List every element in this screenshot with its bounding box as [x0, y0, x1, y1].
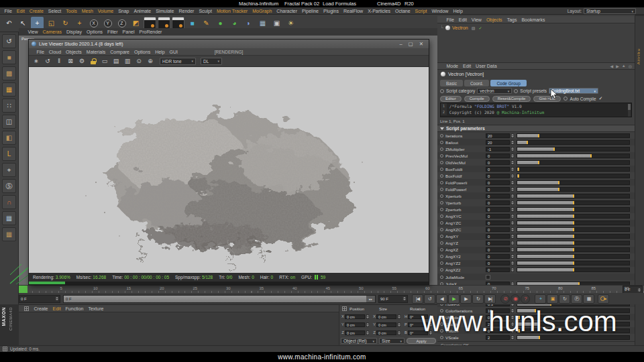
snapshot-icon[interactable]: ▤ — [111, 56, 121, 66]
param-slider[interactable] — [517, 207, 630, 212]
stepper-icon[interactable] — [511, 214, 514, 219]
close-button[interactable]: ✕ — [419, 40, 423, 48]
stepper-icon[interactable] — [366, 314, 369, 319]
collapse-triangle-icon[interactable] — [440, 127, 444, 130]
param-value-field[interactable]: 0 — [486, 194, 510, 198]
prev-frame-button[interactable]: ◀ — [436, 294, 447, 304]
anim-dot-icon[interactable] — [440, 161, 443, 164]
anim-dot-icon[interactable] — [440, 154, 443, 158]
param-slider[interactable] — [517, 174, 630, 178]
menu-sculpt[interactable]: Sculpt — [197, 7, 214, 15]
param-value-field[interactable]: 0 — [486, 167, 510, 172]
panel-grid-icon[interactable] — [3, 347, 7, 351]
param-value-field[interactable]: 0 — [486, 187, 510, 192]
enable-axis-icon[interactable]: L — [2, 147, 16, 161]
attributes-side-tab[interactable]: Attribu — [637, 48, 641, 64]
tab-basic[interactable]: Basic — [440, 80, 463, 86]
stepper-icon[interactable] — [637, 288, 641, 292]
anim-dot-icon[interactable] — [440, 201, 443, 204]
menu-x-particles[interactable]: X-Particles — [366, 7, 393, 15]
stepper-icon[interactable] — [397, 314, 400, 319]
anim-dot-icon[interactable] — [440, 141, 443, 144]
stepper-icon[interactable] — [511, 227, 514, 232]
compile-button[interactable]: Compile — [464, 96, 490, 102]
play-backwards-button[interactable]: ↺ — [424, 294, 435, 304]
undo-icon[interactable]: ↶ — [3, 17, 15, 29]
key-rotation-button[interactable]: ↻ — [559, 294, 570, 304]
param-value-field[interactable]: 0 — [486, 200, 510, 205]
stepper-icon[interactable] — [511, 234, 514, 239]
coord-value-field[interactable]: 0 cm — [345, 330, 365, 335]
anim-dot-icon[interactable] — [440, 241, 443, 245]
param-value-field[interactable]: 0 — [486, 234, 510, 239]
stepper-icon[interactable] — [511, 140, 514, 145]
coord-size-dropdown[interactable]: Size▾ — [379, 338, 405, 344]
om-menu-objects[interactable]: Objects — [484, 16, 504, 23]
stepper-icon[interactable] — [511, 247, 514, 252]
render-tool-icon[interactable]: ↺ — [2, 34, 16, 48]
coord-value-field[interactable]: 0 cm — [376, 314, 396, 319]
panel-grid-icon[interactable] — [342, 306, 347, 311]
anim-dot-icon[interactable] — [440, 215, 443, 218]
lv-menu-options[interactable]: Options — [132, 48, 153, 56]
lv-menu-compare[interactable]: Compare — [108, 48, 132, 56]
refresh-icon[interactable]: ↺ — [43, 56, 52, 66]
param-slider[interactable] — [517, 140, 630, 145]
param-slider[interactable] — [517, 214, 630, 219]
anim-dot-icon[interactable] — [440, 255, 443, 258]
live-viewer-titlebar[interactable]: Live Viewer Studio 2020.1.4 (8 days left… — [29, 40, 429, 48]
menu-character[interactable]: Character — [274, 7, 300, 15]
viewport-select-icon[interactable]: ⌖ — [2, 163, 16, 177]
edges-mode-icon[interactable]: ◫ — [2, 115, 16, 129]
viewport-menu-prorender[interactable]: ProRender — [137, 28, 164, 36]
stepper-icon[interactable] — [366, 330, 369, 335]
script-parameters-header[interactable]: Script parameters — [437, 125, 635, 132]
texture-mode-icon[interactable]: ▩ — [2, 66, 16, 80]
anim-dot-icon[interactable] — [440, 168, 443, 171]
menu-window[interactable]: Window — [429, 7, 451, 15]
anim-dot-icon[interactable] — [440, 174, 443, 178]
anim-dot-icon[interactable] — [440, 228, 443, 231]
coord-mode-dropdown[interactable]: Object (Rel)▾ — [341, 338, 377, 344]
menu-volume[interactable]: Volume — [95, 7, 115, 15]
autokey-key-button[interactable] — [598, 294, 609, 304]
param-slider[interactable] — [517, 180, 630, 185]
timeline-scrubber[interactable] — [19, 286, 28, 293]
om-menu-edit[interactable]: Edit — [456, 16, 469, 23]
attr-menu-edit[interactable]: Edit — [461, 62, 474, 70]
stop-icon[interactable]: ⊠ — [66, 56, 75, 66]
param-value-field[interactable]: 0 — [486, 254, 510, 259]
region-render-icon[interactable]: ▭ — [100, 56, 109, 66]
param-value-field[interactable]: -1 — [486, 147, 510, 152]
points-mode-icon[interactable]: ∷ — [2, 99, 16, 113]
anim-dot-icon[interactable] — [440, 235, 443, 238]
current-frame-field[interactable]: 0 F — [19, 295, 60, 303]
viewport-menu-display[interactable]: Display — [64, 28, 84, 36]
key-parameter-button[interactable]: Ⓟ — [571, 294, 582, 304]
workplane-mode-icon[interactable]: ▦ — [2, 82, 16, 97]
param-slider[interactable] — [517, 227, 630, 232]
stepper-icon[interactable] — [511, 200, 514, 205]
param-slider[interactable] — [517, 267, 630, 272]
tab-coord-[interactable]: Coord. — [464, 80, 490, 86]
stepper-icon[interactable] — [511, 267, 514, 272]
search-icon[interactable]: ◎ — [629, 64, 632, 68]
viewport-menu-options[interactable]: Options — [84, 28, 105, 36]
material-menu-edit[interactable]: Edit — [50, 305, 63, 312]
auto-compile-check-icon[interactable]: ✓ — [599, 96, 603, 101]
param-slider[interactable] — [517, 194, 630, 198]
param-slider[interactable] — [517, 247, 630, 252]
stepper-icon[interactable] — [511, 187, 514, 192]
goto-start-button[interactable]: |◀ — [412, 294, 423, 304]
param-slider[interactable] — [517, 254, 630, 259]
viewport-menu-view[interactable]: View — [25, 28, 40, 36]
menu-edit[interactable]: Edit — [14, 7, 27, 15]
material-menu-create[interactable]: Create — [32, 305, 50, 312]
menu-realflow[interactable]: RealFlow — [341, 7, 365, 15]
gear-icon[interactable]: ⚙ — [77, 56, 87, 66]
om-menu-tags[interactable]: Tags — [504, 16, 519, 23]
viewport-menu-panel[interactable]: Panel — [120, 28, 137, 36]
pin-icon[interactable]: ⊙ — [134, 56, 144, 66]
param-slider[interactable] — [517, 133, 630, 138]
workplane-a-icon[interactable]: ▦ — [2, 211, 16, 225]
